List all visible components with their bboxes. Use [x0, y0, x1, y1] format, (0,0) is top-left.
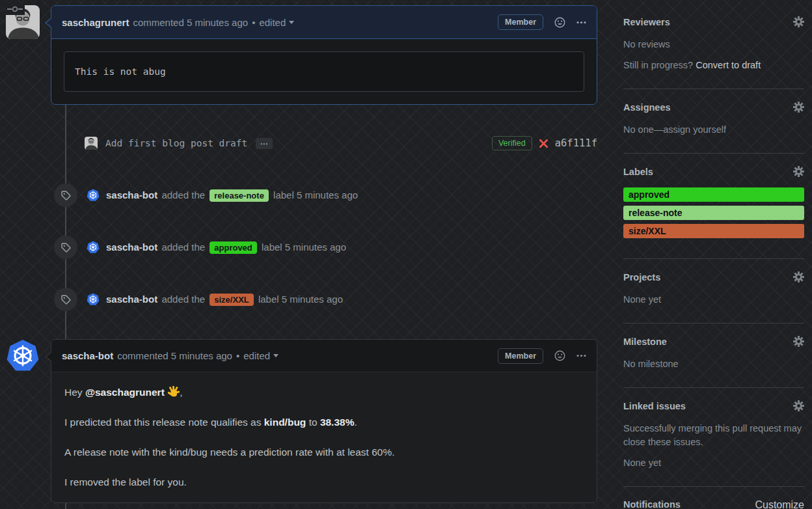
comment-saschagrunert: saschagrunert commented 5 minutes ago • … — [51, 5, 597, 105]
comment-options-button[interactable] — [576, 21, 586, 24]
comment-sascha-bot: sascha-bot commented 5 minutes ago • edi… — [51, 339, 597, 503]
kebab-icon — [576, 21, 586, 24]
gear-icon[interactable] — [793, 400, 804, 411]
code-block: This is not abug — [64, 51, 584, 92]
kubernetes-logo-icon — [6, 339, 40, 373]
author-link[interactable]: sascha-bot — [62, 350, 113, 361]
section-assignees: Assignees No one—assign yourself — [623, 89, 804, 154]
event-badge — [54, 236, 77, 259]
gear-icon[interactable] — [793, 16, 804, 27]
reviewers-title: Reviewers — [623, 17, 670, 27]
commit-sha-link[interactable]: a6f111f — [555, 137, 597, 149]
event-badge — [54, 184, 77, 207]
label-added-event: sascha-bot added the approved label 5 mi… — [0, 236, 609, 259]
kubernetes-logo-icon — [87, 189, 100, 202]
add-reaction-button[interactable] — [554, 350, 565, 361]
waving-hand-emoji — [167, 385, 180, 398]
section-labels: Labels approved release-note size/XXL — [623, 154, 804, 259]
comment-caret — [45, 18, 51, 28]
verified-badge[interactable]: Verified — [492, 136, 532, 150]
reviewers-empty: No reviews — [623, 38, 804, 51]
mention-link[interactable]: @saschagrunert — [85, 387, 165, 398]
actor-link[interactable]: sascha-bot — [106, 241, 157, 253]
label-added-event: sascha-bot added the release-note label … — [0, 184, 609, 207]
projects-title: Projects — [623, 272, 660, 282]
assign-yourself-link[interactable]: assign yourself — [663, 124, 726, 135]
section-reviewers: Reviewers No reviews Still in progress? … — [623, 0, 804, 89]
smiley-icon — [554, 350, 565, 361]
gear-icon[interactable] — [793, 166, 804, 177]
commit-author-avatar[interactable] — [85, 137, 98, 150]
avatar-sascha-bot[interactable] — [6, 339, 40, 373]
event-suffix: label 5 minutes ago — [258, 294, 343, 305]
chevron-down-icon — [289, 21, 294, 24]
sascha-bot-avatar[interactable] — [87, 241, 100, 254]
label-added-event: sascha-bot added the size/XXL label 5 mi… — [0, 288, 609, 311]
commit-message-link[interactable]: Add first blog post draft — [105, 138, 247, 148]
convert-to-draft-link[interactable]: Convert to draft — [696, 60, 761, 70]
assignees-empty: No one— — [623, 124, 663, 135]
section-milestone: Milestone No milestone — [623, 323, 804, 388]
linked-issues-title: Linked issues — [623, 401, 686, 411]
sidebar-label-approved[interactable]: approved — [623, 187, 804, 202]
pr-sidebar: Reviewers No reviews Still in progress? … — [623, 0, 804, 509]
linked-issues-empty: None yet — [623, 456, 804, 470]
labels-title: Labels — [623, 167, 653, 177]
requirement-line: A release note with the kind/bug needs a… — [64, 445, 584, 460]
gear-icon[interactable] — [793, 271, 804, 282]
add-reaction-button[interactable] — [554, 17, 565, 28]
kebab-icon — [576, 354, 586, 357]
comment-meta: commented 5 minutes ago — [117, 350, 232, 361]
comment-caret — [45, 351, 51, 362]
actor-link[interactable]: sascha-bot — [106, 189, 157, 200]
tag-icon — [61, 242, 72, 253]
chevron-down-icon — [273, 354, 278, 357]
commit-event: Add first blog post draft ... Verified a… — [51, 134, 597, 152]
label-pill[interactable]: approved — [210, 241, 257, 254]
edited-dropdown[interactable]: edited — [259, 17, 294, 28]
sidebar-label-size-xxl[interactable]: size/XXL — [623, 224, 804, 238]
customize-link[interactable]: Customize — [755, 499, 804, 509]
label-pill[interactable]: release-note — [210, 189, 269, 202]
event-action: added the — [161, 189, 205, 200]
comment-body: This is not abug — [51, 39, 597, 104]
meta-separator: • — [236, 350, 239, 361]
sidebar-label-release-note[interactable]: release-note — [623, 206, 804, 220]
sascha-bot-avatar[interactable] — [87, 293, 100, 306]
draft-hint: Still in progress? — [623, 60, 693, 70]
kubernetes-logo-icon — [87, 241, 100, 254]
comment-header: saschagrunert commented 5 minutes ago • … — [51, 6, 597, 39]
actor-link[interactable]: sascha-bot — [106, 294, 157, 305]
status-failed-x-icon[interactable] — [538, 138, 549, 149]
tag-icon — [61, 294, 72, 305]
projects-empty: None yet — [623, 293, 804, 307]
sascha-bot-avatar[interactable] — [87, 189, 100, 202]
event-suffix: label 5 minutes ago — [262, 241, 346, 253]
comment-meta: commented 5 minutes ago — [133, 17, 248, 28]
label-pill[interactable]: size/XXL — [210, 294, 253, 306]
gear-icon[interactable] — [793, 102, 804, 113]
edited-dropdown[interactable]: edited — [243, 350, 278, 361]
event-badge — [54, 288, 77, 311]
comment-header: sascha-bot commented 5 minutes ago • edi… — [51, 340, 597, 372]
greeting-line: Hey @saschagrunert , — [64, 385, 584, 400]
section-notifications: Notifications Customize — [623, 487, 804, 509]
git-commit-icon — [5, 3, 25, 15]
removed-line: I removed the label for you. — [64, 475, 584, 489]
commit-expander-button[interactable]: ... — [256, 138, 273, 149]
prediction-line: I predicted that this release note quali… — [64, 415, 584, 430]
comment-options-button[interactable] — [576, 354, 586, 357]
milestone-title: Milestone — [623, 337, 667, 347]
member-badge: Member — [498, 348, 543, 364]
person-avatar-icon — [85, 137, 98, 150]
author-link[interactable]: saschagrunert — [62, 17, 129, 28]
section-projects: Projects None yet — [623, 259, 804, 323]
meta-separator: • — [252, 17, 255, 28]
timeline-line-stub — [65, 503, 66, 509]
tag-icon — [61, 190, 72, 201]
event-suffix: label 5 minutes ago — [273, 189, 358, 200]
gear-icon[interactable] — [793, 336, 804, 347]
smiley-icon — [554, 17, 565, 28]
notifications-title: Notifications — [623, 499, 681, 509]
linked-issues-description: Successfully merging this pull request m… — [623, 422, 804, 449]
